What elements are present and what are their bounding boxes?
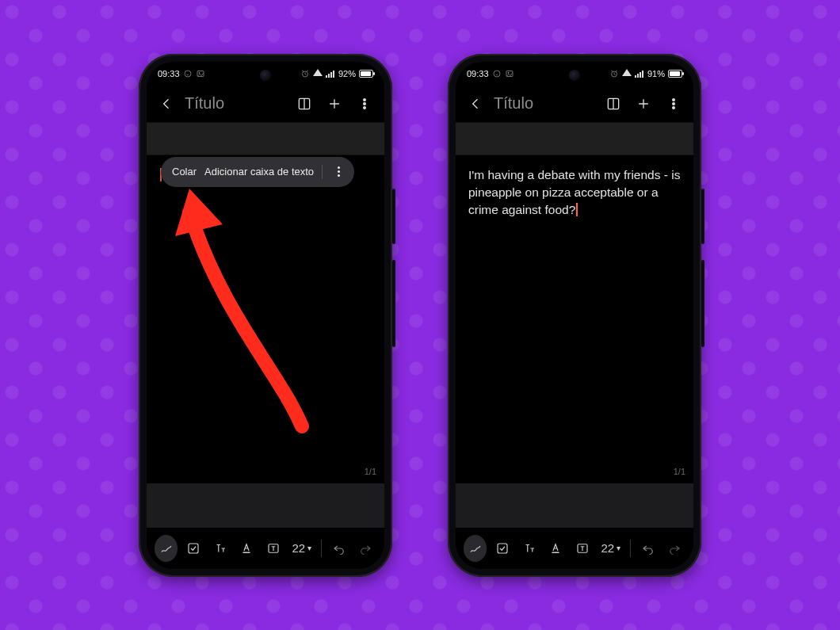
alarm-icon: [300, 69, 310, 78]
svg-rect-20: [552, 552, 559, 553]
svg-rect-19: [498, 544, 507, 553]
status-time: 09:33: [158, 69, 180, 78]
more-icon: [338, 166, 340, 177]
svg-point-6: [364, 102, 366, 105]
undo-button[interactable]: [328, 536, 350, 561]
status-time: 09:33: [467, 69, 489, 78]
editor-toolbar: 22▾: [456, 528, 693, 569]
app-header: Título: [456, 86, 693, 122]
undo-button[interactable]: [637, 536, 659, 561]
font-color-button[interactable]: [235, 536, 258, 561]
battery-fill: [361, 71, 371, 76]
more-options-button[interactable]: [353, 92, 376, 116]
front-camera: [569, 70, 580, 81]
phone-frame-left: 09:33 92%: [139, 54, 392, 577]
back-button[interactable]: [155, 92, 178, 116]
text-cursor: [576, 203, 578, 216]
svg-point-0: [185, 71, 191, 77]
checklist-button[interactable]: [182, 536, 204, 561]
reading-mode-button[interactable]: [292, 92, 316, 116]
alarm-icon: [609, 69, 619, 78]
page-counter: 1/1: [365, 466, 376, 479]
svg-point-13: [507, 72, 509, 74]
redo-button[interactable]: [354, 536, 376, 561]
svg-point-5: [364, 98, 366, 101]
text-box-button[interactable]: [571, 536, 594, 561]
text-context-menu: Colar Adicionar caixa de texto: [161, 157, 354, 187]
battery-percent: 91%: [647, 69, 665, 78]
text-style-button[interactable]: [518, 536, 540, 561]
phone-screen-right: 09:33 91%: [456, 62, 693, 569]
add-button[interactable]: [632, 92, 655, 116]
svg-point-7: [364, 106, 366, 109]
svg-point-2: [198, 72, 200, 74]
text-style-button[interactable]: [209, 536, 231, 561]
top-strip: [456, 122, 693, 155]
more-options-button[interactable]: [662, 92, 685, 116]
battery-percent: 92%: [338, 69, 356, 78]
bottom-strip: [147, 483, 384, 528]
note-editor-area[interactable]: 1/1: [147, 155, 384, 483]
stage: 09:33 92%: [0, 0, 840, 630]
redo-button[interactable]: [663, 536, 685, 561]
battery-fill: [670, 71, 680, 76]
handwriting-button[interactable]: [464, 535, 487, 562]
toolbar-divider: [630, 540, 631, 557]
toolbar-divider: [321, 540, 322, 557]
bottom-strip: [456, 483, 693, 528]
context-menu-divider: [322, 165, 323, 179]
signal-icon: [635, 69, 644, 78]
font-size-button[interactable]: 22▾: [288, 536, 315, 561]
reading-mode-button[interactable]: [601, 92, 625, 116]
editor-toolbar: 22▾: [147, 528, 384, 569]
font-size-value: 22: [601, 541, 614, 555]
front-camera: [260, 70, 271, 81]
wifi-icon: [622, 69, 632, 78]
chevron-down-icon: ▾: [307, 544, 311, 552]
font-size-value: 22: [292, 541, 305, 555]
phone-screen-left: 09:33 92%: [147, 62, 384, 569]
add-button[interactable]: [323, 92, 346, 116]
whatsapp-icon: [492, 69, 502, 78]
note-body-text: I'm having a debate with my friends - is…: [468, 168, 680, 217]
font-color-button[interactable]: [544, 536, 567, 561]
text-box-button[interactable]: [262, 536, 284, 561]
svg-rect-9: [243, 552, 250, 553]
checklist-button[interactable]: [491, 536, 514, 561]
battery-icon: [359, 70, 373, 78]
app-header: Título: [147, 86, 384, 122]
signal-icon: [326, 69, 335, 78]
svg-point-18: [673, 106, 675, 109]
chevron-down-icon: ▾: [617, 544, 620, 552]
whatsapp-icon: [183, 69, 193, 78]
note-title[interactable]: Título: [494, 94, 533, 113]
svg-point-16: [673, 98, 675, 101]
svg-point-11: [494, 71, 500, 77]
phone-frame-right: 09:33 91%: [448, 54, 701, 577]
note-editor-area[interactable]: I'm having a debate with my friends - is…: [456, 155, 693, 483]
top-strip: [147, 122, 384, 155]
svg-point-17: [673, 102, 675, 105]
handwriting-button[interactable]: [155, 535, 178, 562]
battery-icon: [668, 70, 682, 78]
image-icon: [196, 69, 205, 78]
back-button[interactable]: [464, 92, 487, 116]
font-size-button[interactable]: 22▾: [598, 536, 624, 561]
note-title[interactable]: Título: [185, 94, 224, 113]
wifi-icon: [313, 69, 323, 78]
add-textbox-menu-item[interactable]: Adicionar caixa de texto: [204, 166, 314, 178]
context-menu-more[interactable]: [330, 166, 346, 177]
page-counter: 1/1: [674, 466, 685, 479]
svg-rect-8: [189, 544, 198, 553]
paste-menu-item[interactable]: Colar: [172, 166, 197, 178]
image-icon: [505, 69, 514, 78]
